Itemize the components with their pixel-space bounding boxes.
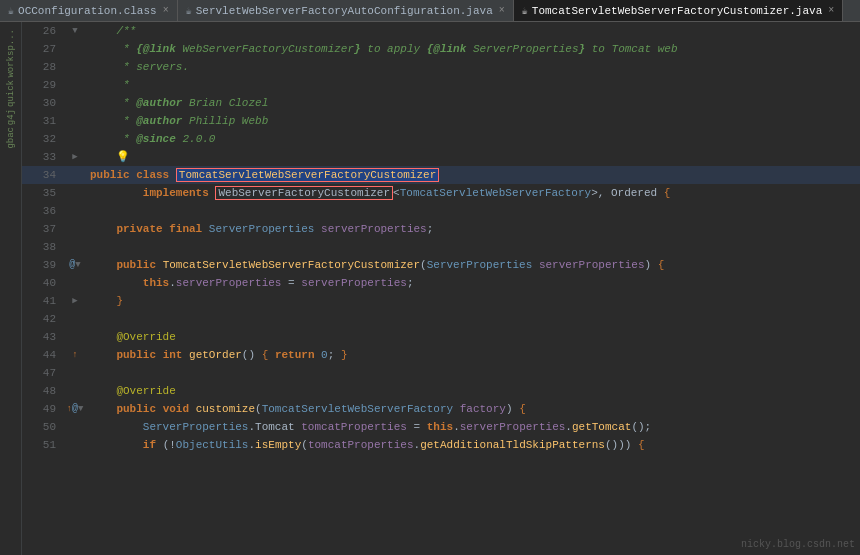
fold-icon-41[interactable]: ▶ [72, 292, 77, 310]
quick-access-bar: worksp... quick g4j gbac [6, 26, 16, 151]
gutter-50 [64, 418, 86, 436]
gutter-44: ↑ [64, 346, 86, 364]
tab-label-occonfig: OCConfiguration.class [18, 5, 157, 17]
tab-close-occonfig[interactable]: × [163, 5, 169, 16]
line-text-37: private final ServerProperties serverPro… [86, 220, 860, 238]
gutter-48 [64, 382, 86, 400]
code-line-40: 40 this.serverProperties = serverPropert… [22, 274, 860, 292]
code-line-51: 51 if (!ObjectUtils.isEmpty(tomcatProper… [22, 436, 860, 454]
code-line-43: 43 @Override [22, 328, 860, 346]
gutter-36 [64, 202, 86, 220]
left-gutter: worksp... quick g4j gbac [0, 22, 22, 555]
tab-tomcat[interactable]: ☕ TomcatServletWebServerFactoryCustomize… [514, 0, 844, 22]
line-num-49: 49 [22, 400, 64, 418]
tab-occonfig[interactable]: ☕ OCConfiguration.class × [0, 0, 178, 22]
line-text-36 [86, 202, 860, 220]
line-text-49: public void customize(TomcatServletWebSe… [86, 400, 860, 418]
line-text-29: * [86, 76, 860, 94]
line-text-41: } [86, 292, 860, 310]
watermark: nicky.blog.csdn.net [741, 539, 855, 550]
line-num-36: 36 [22, 202, 64, 220]
line-num-43: 43 [22, 328, 64, 346]
line-num-40: 40 [22, 274, 64, 292]
gutter-32 [64, 130, 86, 148]
gutter-34 [64, 166, 86, 184]
line-num-41: 41 [22, 292, 64, 310]
code-line-32: 32 * @since 2.0.0 [22, 130, 860, 148]
line-text-26: /** [86, 22, 860, 40]
code-line-50: 50 ServerProperties.Tomcat tomcatPropert… [22, 418, 860, 436]
line-text-38 [86, 238, 860, 256]
line-num-47: 47 [22, 364, 64, 382]
code-line-27: 27 * {@link WebServerFactoryCustomizer} … [22, 40, 860, 58]
fold-icon-39[interactable]: ▼ [75, 256, 80, 274]
line-num-51: 51 [22, 436, 64, 454]
line-num-37: 37 [22, 220, 64, 238]
code-line-39: 39 @ ▼ public TomcatServletWebServerFact… [22, 256, 860, 274]
code-line-47: 47 [22, 364, 860, 382]
line-text-27: * {@link WebServerFactoryCustomizer} to … [86, 40, 860, 58]
line-text-31: * @author Phillip Webb [86, 112, 860, 130]
line-text-40: this.serverProperties = serverProperties… [86, 274, 860, 292]
code-content[interactable]: 26 ▼ /** 27 * {@link WebServerFactoryCus… [22, 22, 860, 555]
line-text-39: public TomcatServletWebServerFactoryCust… [86, 256, 860, 274]
code-line-26: 26 ▼ /** [22, 22, 860, 40]
code-line-34: 34 public class TomcatServletWebServerFa… [22, 166, 860, 184]
line-num-42: 42 [22, 310, 64, 328]
gutter-49: ↑ @ ▼ [64, 400, 86, 418]
tab-label-tomcat: TomcatServletWebServerFactoryCustomizer.… [532, 5, 822, 17]
line-num-38: 38 [22, 238, 64, 256]
code-line-49: 49 ↑ @ ▼ public void customize(TomcatSer… [22, 400, 860, 418]
gutter-35 [64, 184, 86, 202]
line-text-28: * servers. [86, 58, 860, 76]
tab-icon-occonfig: ☕ [8, 5, 14, 17]
tab-close-tomcat[interactable]: × [828, 5, 834, 16]
code-line-36: 36 [22, 202, 860, 220]
line-text-43: @Override [86, 328, 860, 346]
tab-servlet[interactable]: ☕ ServletWebServerFactoryAutoConfigurati… [178, 0, 514, 22]
line-text-42 [86, 310, 860, 328]
tab-close-servlet[interactable]: × [499, 5, 505, 16]
gutter-28 [64, 58, 86, 76]
line-num-44: 44 [22, 346, 64, 364]
code-line-30: 30 * @author Brian Clozel [22, 94, 860, 112]
gutter-41: ▶ [64, 292, 86, 310]
code-line-42: 42 [22, 310, 860, 328]
workspace-label[interactable]: worksp... [6, 29, 16, 78]
code-line-33: 33 ▶ 💡 [22, 148, 860, 166]
gbac-label[interactable]: gbac [6, 127, 16, 149]
code-line-38: 38 [22, 238, 860, 256]
line-num-31: 31 [22, 112, 64, 130]
line-text-30: * @author Brian Clozel [86, 94, 860, 112]
main-layout: worksp... quick g4j gbac 26 ▼ /** 27 * {… [0, 22, 860, 555]
code-line-35: 35 implements WebServerFactoryCustomizer… [22, 184, 860, 202]
gutter-26: ▼ [64, 22, 86, 40]
line-num-35: 35 [22, 184, 64, 202]
line-text-33: 💡 [86, 148, 860, 166]
gutter-31 [64, 112, 86, 130]
line-text-50: ServerProperties.Tomcat tomcatProperties… [86, 418, 860, 436]
line-text-44: public int getOrder() { return 0; } [86, 346, 860, 364]
line-num-39: 39 [22, 256, 64, 274]
breakpoint-up-44: ↑ [72, 346, 77, 364]
editor-area: 26 ▼ /** 27 * {@link WebServerFactoryCus… [22, 22, 860, 555]
line-text-32: * @since 2.0.0 [86, 130, 860, 148]
gutter-27 [64, 40, 86, 58]
gutter-29 [64, 76, 86, 94]
quick-label[interactable]: quick [6, 80, 16, 107]
line-num-48: 48 [22, 382, 64, 400]
gutter-37 [64, 220, 86, 238]
g4j-label[interactable]: g4j [6, 109, 16, 125]
fold-icon-26[interactable]: ▼ [72, 22, 77, 40]
line-text-48: @Override [86, 382, 860, 400]
code-line-29: 29 * [22, 76, 860, 94]
line-text-35: implements WebServerFactoryCustomizer<To… [86, 184, 860, 202]
fold-icon-33[interactable]: ▶ [72, 148, 77, 166]
tab-label-servlet: ServletWebServerFactoryAutoConfiguration… [196, 5, 493, 17]
code-line-31: 31 * @author Phillip Webb [22, 112, 860, 130]
fold-icon-49[interactable]: ▼ [78, 400, 83, 418]
gutter-47 [64, 364, 86, 382]
code-line-37: 37 private final ServerProperties server… [22, 220, 860, 238]
line-num-28: 28 [22, 58, 64, 76]
tab-icon-servlet: ☕ [186, 5, 192, 17]
